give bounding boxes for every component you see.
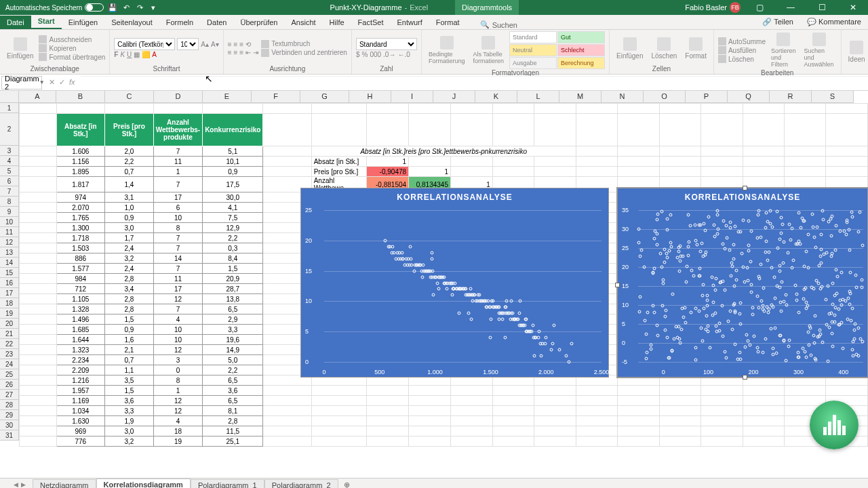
style-neutral[interactable]: Neutral xyxy=(509,44,557,56)
redo-icon[interactable]: ↷ xyxy=(135,3,144,12)
row-header[interactable]: 17 xyxy=(0,288,19,298)
fill-button[interactable]: Ausfüllen xyxy=(718,46,766,54)
sheet-tab[interactable]: Netzdiagramm xyxy=(33,479,96,489)
copy-button[interactable]: Kopieren xyxy=(39,44,105,52)
sort-filter-button[interactable]: Sortieren und Filtern xyxy=(768,31,799,69)
percent-icon[interactable]: % xyxy=(362,51,368,58)
paste-button[interactable]: Einfügen xyxy=(4,36,36,61)
user-account[interactable]: Fabio Basler FB xyxy=(685,2,741,13)
row-header[interactable]: 9 xyxy=(0,207,19,217)
inc-decimal-icon[interactable]: .0→ xyxy=(383,51,395,58)
align-center-icon[interactable]: ≡ xyxy=(234,49,238,56)
col-header[interactable]: B xyxy=(56,91,105,103)
worksheet-grid[interactable]: ABCDEFGHIJKLMNOPQRS 12345678910111213141… xyxy=(0,91,868,478)
align-mid-icon[interactable]: ≡ xyxy=(234,41,238,48)
col-header[interactable]: N xyxy=(601,91,644,103)
row-header[interactable]: 5 xyxy=(0,166,19,176)
col-header[interactable]: G xyxy=(300,91,349,103)
comments-button[interactable]: 💬 Kommentare xyxy=(800,15,868,29)
tab-data[interactable]: Daten xyxy=(200,16,233,29)
sheet-tab[interactable]: Korrelationsdiagramm xyxy=(96,479,191,489)
chart-korrelation-1[interactable]: KORRELATIONSANALYSE 051015202505001.0001… xyxy=(300,188,609,378)
sheet-tab[interactable]: Polardiagramm_1 xyxy=(191,479,264,489)
bold-button[interactable]: F xyxy=(114,51,118,58)
tab-format[interactable]: Format xyxy=(429,16,467,29)
clear-button[interactable]: Löschen xyxy=(718,55,766,63)
tab-review[interactable]: Überprüfen xyxy=(233,16,284,29)
tab-nav-prev-icon[interactable]: ◀ xyxy=(14,481,18,488)
row-header[interactable]: 31 xyxy=(0,430,19,441)
row-header[interactable]: 20 xyxy=(0,319,19,329)
style-calc[interactable]: Berechnung xyxy=(557,57,605,69)
row-header[interactable]: 14 xyxy=(0,258,19,268)
style-bad[interactable]: Schlecht xyxy=(557,44,605,56)
number-format-combo[interactable]: Standard xyxy=(356,38,417,50)
col-header[interactable]: C xyxy=(105,91,154,103)
row-header[interactable]: 22 xyxy=(0,339,19,349)
conditional-format-button[interactable]: Bedingte Formatierung xyxy=(426,35,468,66)
cut-button[interactable]: Ausschneiden xyxy=(39,35,105,43)
col-header[interactable]: F xyxy=(252,91,300,103)
font-color-button[interactable]: A xyxy=(152,51,157,58)
align-left-icon[interactable]: ≡ xyxy=(228,49,232,56)
row-header[interactable]: 29 xyxy=(0,410,19,420)
maximize-icon[interactable]: ☐ xyxy=(810,0,834,15)
save-icon[interactable]: 💾 xyxy=(108,3,117,12)
qat-dropdown-icon[interactable]: ▾ xyxy=(149,3,158,12)
select-all-corner[interactable] xyxy=(0,91,19,103)
decrease-font-icon[interactable]: A▾ xyxy=(211,41,219,48)
tab-help[interactable]: Hilfe xyxy=(323,16,351,29)
minimize-icon[interactable]: — xyxy=(778,0,803,15)
row-header[interactable]: 15 xyxy=(0,268,19,278)
tab-view[interactable]: Ansicht xyxy=(284,16,322,29)
tab-file[interactable]: Datei xyxy=(0,16,31,29)
find-select-button[interactable]: Suchen und Auswählen xyxy=(802,31,837,69)
style-good[interactable]: Gut xyxy=(557,31,605,43)
chart-korrelation-2[interactable]: KORRELATIONSANALYSE -5051015202530350100… xyxy=(617,188,868,378)
close-icon[interactable]: ✕ xyxy=(841,0,865,15)
fill-color-button[interactable]: 🟨 xyxy=(142,51,150,58)
indent-inc-icon[interactable]: ⇥ xyxy=(253,49,258,56)
orientation-icon[interactable]: ⟲ xyxy=(245,41,251,48)
col-header[interactable]: A xyxy=(19,91,56,103)
tab-design[interactable]: Entwurf xyxy=(390,16,429,29)
row-header[interactable]: 27 xyxy=(0,390,19,400)
formula-input[interactable] xyxy=(81,76,868,89)
col-header[interactable]: M xyxy=(559,91,601,103)
row-header[interactable]: 30 xyxy=(0,420,19,430)
row-header[interactable]: 23 xyxy=(0,349,19,359)
currency-icon[interactable]: $ xyxy=(356,51,360,58)
add-sheet-button[interactable]: ⊕ xyxy=(338,481,355,489)
dec-decimal-icon[interactable]: ←.0 xyxy=(397,51,410,58)
row-header[interactable]: 26 xyxy=(0,380,19,390)
col-header[interactable]: H xyxy=(349,91,391,103)
autosave-toggle[interactable]: Automatisches Speichern xyxy=(5,3,104,12)
cancel-formula-icon[interactable]: ✕ xyxy=(49,78,55,87)
row-header[interactable]: 16 xyxy=(0,278,19,288)
row-header[interactable]: 25 xyxy=(0,369,19,380)
style-output[interactable]: Ausgabe xyxy=(509,57,557,69)
row-header[interactable]: 28 xyxy=(0,400,19,410)
col-header[interactable]: P xyxy=(686,91,728,103)
fx-icon[interactable]: fx xyxy=(69,78,75,87)
col-header[interactable]: D xyxy=(154,91,203,103)
row-header[interactable]: 12 xyxy=(0,237,19,247)
tab-factset[interactable]: FactSet xyxy=(351,16,391,29)
accept-formula-icon[interactable]: ✓ xyxy=(59,78,65,87)
italic-button[interactable]: K xyxy=(120,51,125,58)
delete-cells-button[interactable]: Löschen xyxy=(648,36,679,61)
col-header[interactable]: I xyxy=(391,91,433,103)
row-header[interactable]: 4 xyxy=(0,156,19,166)
insert-cells-button[interactable]: Einfügen xyxy=(614,36,646,61)
align-right-icon[interactable]: ≡ xyxy=(239,49,243,56)
row-header[interactable]: 19 xyxy=(0,308,19,319)
autosum-button[interactable]: AutoSumme xyxy=(718,37,766,45)
row-header[interactable]: 1 xyxy=(0,103,19,113)
border-button[interactable]: ▦ xyxy=(134,51,140,58)
row-header[interactable]: 10 xyxy=(0,217,19,227)
ideas-button[interactable]: Ideen xyxy=(846,39,868,64)
undo-icon[interactable]: ↶ xyxy=(121,3,131,12)
format-cells-button[interactable]: Format xyxy=(682,36,709,61)
share-button[interactable]: 🔗 Teilen xyxy=(755,15,800,29)
col-header[interactable]: R xyxy=(770,91,812,103)
